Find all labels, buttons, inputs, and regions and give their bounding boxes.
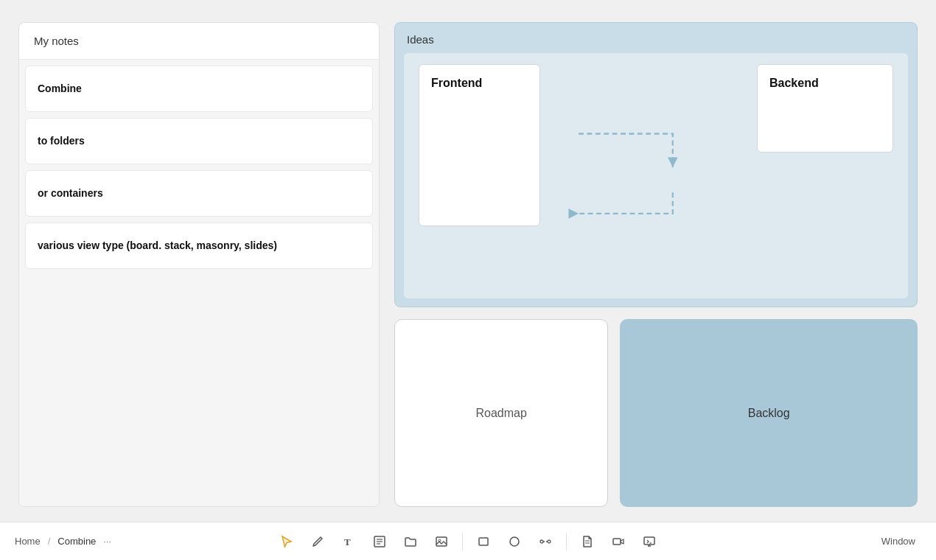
rectangle-tool[interactable] (470, 528, 497, 555)
backlog-container[interactable]: Backlog (620, 319, 918, 507)
ideas-container[interactable]: Ideas Frontend Backend (394, 22, 918, 307)
file-tool[interactable] (574, 528, 601, 555)
svg-rect-9 (479, 538, 488, 545)
toolbar-right: Window (663, 533, 921, 550)
note-item-1[interactable]: Combine (25, 66, 373, 112)
backend-card[interactable]: Backend (757, 64, 893, 153)
backend-label: Backend (769, 77, 819, 90)
note-item-3[interactable]: or containers (25, 170, 373, 217)
note-item-2[interactable]: to folders (25, 118, 373, 164)
image-tool[interactable] (428, 528, 455, 555)
folder-tool[interactable] (397, 528, 424, 555)
svg-rect-16 (613, 539, 621, 545)
circle-tool[interactable] (501, 528, 528, 555)
roadmap-container[interactable]: Roadmap (394, 319, 608, 507)
breadcrumb-current: Combine (57, 536, 96, 547)
notes-header: My notes (19, 23, 379, 60)
main-area: My notes Combine to folders or container… (0, 0, 936, 522)
breadcrumb-home[interactable]: Home (15, 536, 41, 547)
svg-rect-17 (644, 537, 654, 545)
cursor-tool[interactable] (273, 528, 300, 555)
pen-tool[interactable] (304, 528, 331, 555)
right-panel: Ideas Frontend Backend (394, 22, 918, 507)
note-item-4[interactable]: various view type (board. stack, masonry… (25, 223, 373, 269)
divider-2 (566, 533, 567, 550)
svg-text:T: T (344, 536, 351, 547)
svg-rect-7 (436, 537, 447, 546)
frontend-card[interactable]: Frontend (419, 64, 540, 226)
backlog-label: Backlog (748, 407, 790, 420)
bottom-row: Roadmap Backlog (394, 319, 918, 507)
svg-point-10 (510, 537, 519, 546)
svg-point-12 (548, 540, 551, 543)
video-tool[interactable] (605, 528, 632, 555)
ideas-body: Frontend Backend (404, 53, 908, 298)
window-button[interactable]: Window (876, 533, 921, 550)
notes-list: Combine to folders or containers various… (19, 60, 379, 506)
toolbar-left: Home / Combine ··· (15, 536, 273, 547)
roadmap-label: Roadmap (475, 407, 526, 420)
ideas-label: Ideas (395, 23, 917, 53)
text-tool[interactable]: T (335, 528, 362, 555)
toolbar: Home / Combine ··· T (0, 522, 936, 560)
toolbar-center: T (273, 528, 663, 555)
sticky-tool[interactable] (366, 528, 393, 555)
breadcrumb-sep: / (48, 536, 51, 547)
svg-point-8 (439, 539, 441, 542)
screen-tool[interactable] (636, 528, 663, 555)
divider-1 (462, 533, 463, 550)
frontend-label: Frontend (431, 77, 482, 90)
connector-tool[interactable] (532, 528, 559, 555)
breadcrumb-dots[interactable]: ··· (103, 536, 111, 547)
svg-point-11 (540, 540, 543, 543)
left-panel: My notes Combine to folders or container… (18, 22, 380, 507)
